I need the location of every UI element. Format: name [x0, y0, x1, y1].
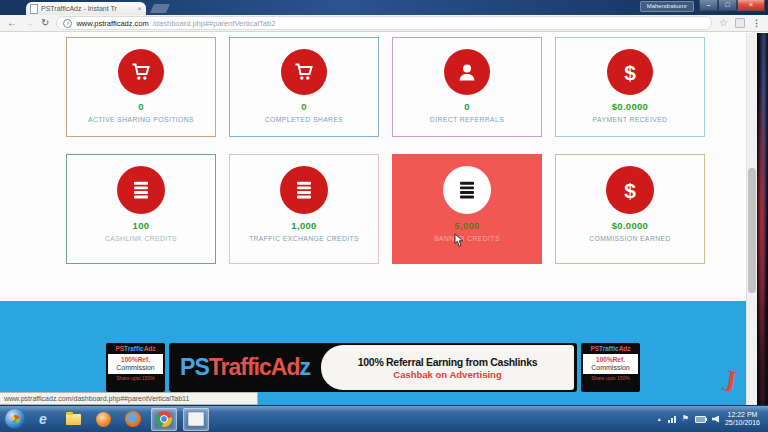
battery-icon[interactable]: [695, 416, 706, 423]
firefox-icon: [125, 411, 141, 427]
banner-headline: 100% Referral Earning from Cashlinks: [358, 356, 537, 368]
stat-value: 0: [301, 101, 307, 112]
taskbar-explorer-icon[interactable]: [61, 409, 85, 430]
url-host: www.pstrafficadz.com: [76, 19, 148, 28]
taskbar-firefox-icon[interactable]: [121, 409, 145, 430]
chrome-profile-chip[interactable]: Mahendrakumr: [640, 1, 694, 12]
tab-close-icon[interactable]: ×: [137, 4, 142, 13]
stats-row-1: 0ACTIVE SHARING POSITIONS0COMPLETED SHAR…: [66, 37, 705, 137]
stat-card[interactable]: 5,000BANNER CREDITS: [392, 154, 542, 264]
logo-letter-group: Ad: [271, 354, 300, 381]
stat-card[interactable]: 0ACTIVE SHARING POSITIONS: [66, 37, 216, 137]
side-ad-ref-line: 100%Ref.: [583, 356, 638, 363]
dollar-icon: $: [607, 49, 653, 95]
side-ad-commission-line: Commission: [583, 364, 638, 371]
stat-label: COMPLETED SHARES: [265, 116, 344, 123]
cart-icon: [118, 49, 164, 95]
stat-value: 0: [464, 101, 470, 112]
logo-letter-group: z: [299, 354, 310, 381]
new-tab-button[interactable]: [150, 4, 170, 13]
stat-value: $0.0000: [612, 220, 648, 231]
action-center-flag-icon[interactable]: ⚑: [682, 415, 689, 423]
stat-value: 100: [133, 220, 150, 231]
side-ad-logo: PSTrafficAdz: [590, 345, 630, 353]
minimize-button[interactable]: –: [699, 0, 718, 11]
windows-taskbar: e ▲ ⚑ 12:22 PM 25/10/2016: [0, 405, 768, 432]
start-button[interactable]: [5, 409, 25, 429]
stat-card[interactable]: $$0.0000COMMISSION EARNED: [555, 154, 705, 264]
browser-titlebar: PSTrafficAdz - Instant Tr × Mahendrakumr…: [0, 0, 768, 15]
main-ad-banner[interactable]: PSTrafficAdz 100% Referral Earning from …: [169, 343, 577, 392]
side-ad-right[interactable]: PSTrafficAdz 100%Ref. Commission Share u…: [581, 343, 640, 392]
system-tray: ▲ ⚑ 12:22 PM 25/10/2016: [657, 411, 763, 428]
tab-title: PSTrafficAdz - Instant Tr: [41, 5, 134, 12]
side-ad-body: 100%Ref. Commission: [583, 354, 638, 374]
dollar-icon: $: [606, 166, 654, 214]
windows-flag-icon: [9, 413, 21, 425]
cart-icon: [281, 49, 327, 95]
chrome-icon: [156, 411, 172, 427]
list-icon: [117, 166, 165, 214]
media-orb-icon: [96, 412, 111, 427]
stat-card[interactable]: 0COMPLETED SHARES: [229, 37, 379, 137]
close-button[interactable]: ×: [737, 0, 765, 11]
stat-card[interactable]: 1,000TRAFFIC EXCHANGE CREDITS: [229, 154, 379, 264]
bookmark-star-icon[interactable]: ☆: [719, 18, 728, 28]
stat-card[interactable]: 0DIRECT REFERRALS: [392, 37, 542, 137]
browser-tab[interactable]: PSTrafficAdz - Instant Tr ×: [26, 2, 146, 15]
url-path: /dashboard.php##parentVerticalTab2: [153, 19, 276, 28]
side-ad-ref-line: 100%Ref.: [108, 356, 163, 363]
refresh-icon[interactable]: ↻: [41, 18, 49, 28]
url-bar[interactable]: i www.pstrafficadz.com/dashboard.php##pa…: [56, 16, 712, 30]
folder-icon: [66, 414, 81, 425]
network-signal-icon[interactable]: [668, 416, 676, 423]
back-icon[interactable]: ←: [7, 18, 17, 28]
banner-subline: Cashbak on Advertising: [393, 369, 501, 380]
scrollbar-thumb[interactable]: [748, 168, 756, 293]
page-content: 0ACTIVE SHARING POSITIONS0COMPLETED SHAR…: [0, 33, 746, 406]
side-ad-logo: PSTrafficAdz: [115, 345, 155, 353]
taskbar-clock[interactable]: 12:22 PM 25/10/2016: [725, 411, 760, 428]
stat-card[interactable]: 100CASHLINK CREDITS: [66, 154, 216, 264]
footer-band: PSTrafficAdz 100%Ref. Commission Share u…: [0, 301, 746, 406]
pstrafficadz-logo: PSTrafficAdz: [169, 343, 321, 392]
taskbar-media-player-icon[interactable]: [91, 409, 115, 430]
extension-icon[interactable]: [735, 18, 745, 28]
desktop-screen: PSTrafficAdz - Instant Tr × Mahendrakumr…: [0, 0, 768, 432]
taskbar-chrome-icon[interactable]: [151, 408, 177, 431]
info-icon[interactable]: i: [63, 19, 72, 28]
side-ad-body: 100%Ref. Commission: [108, 354, 163, 374]
taskbar-window-icon[interactable]: [183, 408, 209, 431]
stat-value: 5,000: [454, 220, 479, 231]
browser-toolbar: ← → ↻ i www.pstrafficadz.com/dashboard.p…: [0, 15, 768, 32]
clock-date: 25/10/2016: [725, 419, 760, 428]
side-ad-commission-line: Commission: [108, 364, 163, 371]
logo-letter-group: Traffic: [209, 354, 271, 381]
forward-icon[interactable]: →: [24, 18, 34, 28]
side-ad-share-line: Share upto 150%: [591, 375, 630, 381]
taskbar-ie-icon[interactable]: e: [31, 409, 55, 430]
stat-value: $0.0000: [612, 101, 648, 112]
user-icon: [444, 49, 490, 95]
clock-time: 12:22 PM: [725, 411, 760, 420]
link-status-tooltip: www.pstrafficadz.com/dashboard.php##pare…: [0, 392, 258, 405]
logo-letter-group: Traffic: [124, 345, 144, 352]
logo-letter-group: PS: [115, 345, 124, 352]
logo-letter-group: Adz: [144, 345, 156, 352]
speaker-icon[interactable]: [712, 416, 719, 423]
window-controls: – □ ×: [699, 0, 765, 11]
stat-value: 1,000: [291, 220, 316, 231]
page-scrollbar[interactable]: [746, 33, 757, 406]
menu-dots-icon[interactable]: ⋮: [752, 19, 761, 28]
page-favicon-icon: [30, 4, 38, 14]
logo-letter-group: PS: [180, 354, 209, 381]
stat-label: PAYMENT RECEIVED: [593, 116, 668, 123]
mouse-cursor-icon: [453, 233, 465, 251]
tray-chevron-icon[interactable]: ▲: [657, 416, 662, 422]
stat-label: BANNER CREDITS: [434, 235, 500, 242]
maximize-button[interactable]: □: [718, 0, 737, 11]
side-ad-left[interactable]: PSTrafficAdz 100%Ref. Commission Share u…: [106, 343, 165, 392]
list-icon: [443, 166, 491, 214]
logo-letter-group: Adz: [619, 345, 631, 352]
stat-card[interactable]: $$0.0000PAYMENT RECEIVED: [555, 37, 705, 137]
